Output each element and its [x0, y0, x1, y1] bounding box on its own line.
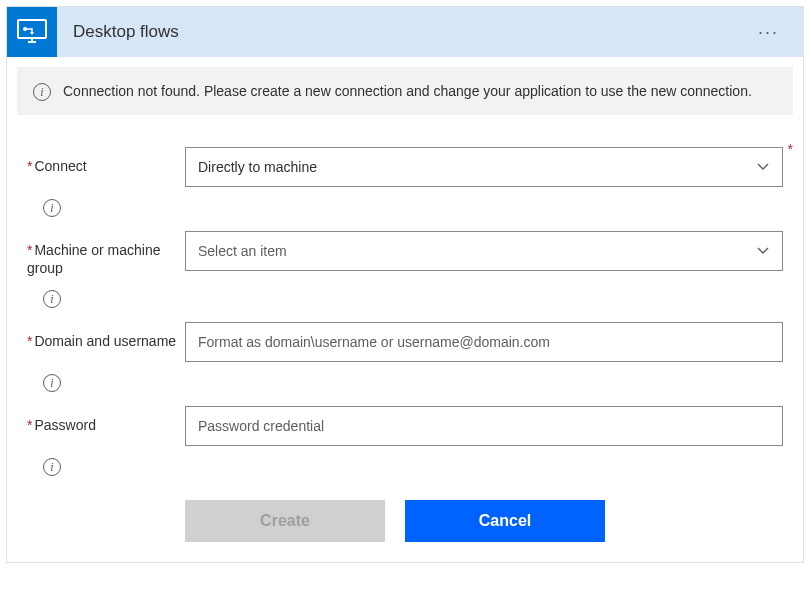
info-icon[interactable]: i	[43, 458, 61, 476]
info-icon[interactable]: i	[43, 374, 61, 392]
required-asterisk: *	[27, 333, 32, 349]
panel-title: Desktop flows	[73, 22, 750, 42]
cancel-button[interactable]: Cancel	[405, 500, 605, 542]
machine-select-placeholder: Select an item	[198, 243, 287, 259]
desktop-flows-panel: Desktop flows ··· i Connection not found…	[6, 6, 804, 563]
create-button[interactable]: Create	[185, 500, 385, 542]
password-input[interactable]	[185, 406, 783, 446]
connect-row: *Connect Directly to machine *	[27, 147, 783, 187]
svg-marker-4	[30, 32, 34, 35]
panel-header: Desktop flows ···	[7, 7, 803, 57]
required-asterisk: *	[788, 141, 793, 157]
domain-user-label: *Domain and username	[27, 322, 185, 350]
more-options-button[interactable]: ···	[750, 18, 787, 47]
connect-select[interactable]: Directly to machine	[185, 147, 783, 187]
domain-user-row: *Domain and username	[27, 322, 783, 362]
required-asterisk: *	[27, 158, 32, 174]
required-asterisk: *	[27, 417, 32, 433]
form-buttons: Create Cancel	[185, 500, 783, 542]
required-asterisk: *	[27, 242, 32, 258]
desktop-flows-icon	[7, 7, 57, 57]
machine-info-row: i	[27, 290, 783, 308]
connect-info-row: i	[27, 199, 783, 217]
info-icon: i	[33, 83, 51, 101]
machine-select[interactable]: Select an item	[185, 231, 783, 271]
info-icon[interactable]: i	[43, 290, 61, 308]
domain-user-input[interactable]	[185, 322, 783, 362]
chevron-down-icon	[756, 160, 770, 174]
password-label: *Password	[27, 406, 185, 434]
connection-form: *Connect Directly to machine * i *Machin…	[7, 125, 803, 561]
warning-banner: i Connection not found. Please create a …	[17, 67, 793, 115]
connect-select-value: Directly to machine	[198, 159, 317, 175]
machine-row: *Machine or machine group Select an item	[27, 231, 783, 277]
chevron-down-icon	[756, 244, 770, 258]
warning-message: Connection not found. Please create a ne…	[63, 81, 752, 101]
password-row: *Password	[27, 406, 783, 446]
connect-label: *Connect	[27, 147, 185, 175]
domain-user-info-row: i	[27, 374, 783, 392]
password-info-row: i	[27, 458, 783, 476]
info-icon[interactable]: i	[43, 199, 61, 217]
machine-label: *Machine or machine group	[27, 231, 185, 277]
